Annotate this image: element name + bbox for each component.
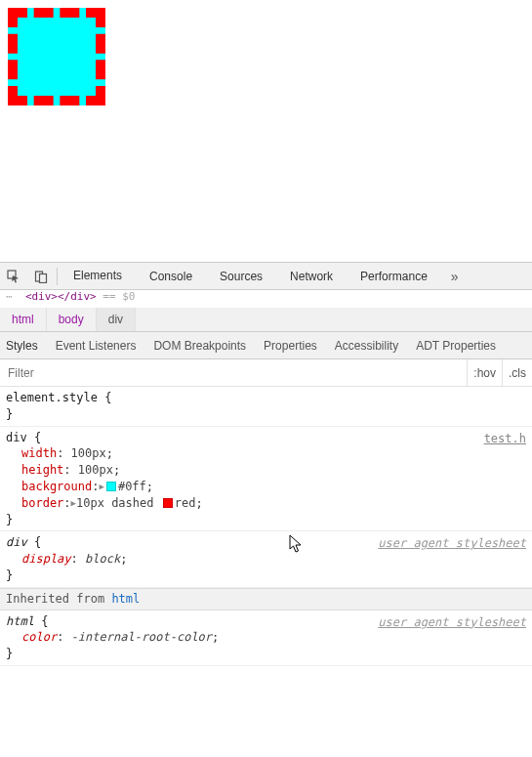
selector: div xyxy=(6,535,27,549)
tab-network[interactable]: Network xyxy=(276,263,347,289)
rule-div-ua[interactable]: user agent stylesheet div { display: blo… xyxy=(0,531,532,587)
more-tabs-icon[interactable]: » xyxy=(441,269,469,284)
device-icon[interactable] xyxy=(27,263,55,289)
ua-label: user agent stylesheet xyxy=(378,535,526,552)
brace-close: } xyxy=(6,647,13,660)
subtab-dom-breakpoints[interactable]: DOM Breakpoints xyxy=(153,339,246,353)
rule-div[interactable]: test.h div { width: 100px; height: 100px… xyxy=(0,427,532,532)
breadcrumbs: html body div xyxy=(0,308,532,332)
prop-name: background xyxy=(21,480,92,493)
prop-value: 10px dashed xyxy=(76,496,153,510)
brace-open: { xyxy=(41,614,48,628)
filter-input[interactable] xyxy=(0,359,467,386)
main-toolbar: Elements Console Sources Network Perform… xyxy=(0,263,532,290)
color-swatch-red[interactable] xyxy=(163,498,173,508)
subtab-properties[interactable]: Properties xyxy=(264,339,317,353)
crumb-body[interactable]: body xyxy=(47,308,97,331)
prop-display: display: block; xyxy=(6,551,526,568)
inherited-from-link[interactable]: html xyxy=(111,592,140,606)
inherited-header: Inherited from html xyxy=(0,588,532,610)
subtab-styles[interactable]: Styles xyxy=(6,339,38,360)
prop-color: color: -internal-root-color; xyxy=(6,629,526,646)
brace-close: } xyxy=(6,407,13,421)
prop-value: #0ff xyxy=(118,480,146,493)
tab-elements[interactable]: Elements xyxy=(60,263,136,289)
brace-open: { xyxy=(34,431,41,444)
prop-background[interactable]: background:▶#0ff; xyxy=(6,479,526,495)
expand-icon[interactable]: ▶ xyxy=(99,481,103,493)
prop-value: 100px xyxy=(78,463,113,477)
prop-name: display xyxy=(21,552,71,566)
tab-performance[interactable]: Performance xyxy=(347,263,441,289)
brace-open: { xyxy=(104,391,111,404)
prop-border[interactable]: border:▶10px dashed red; xyxy=(6,495,526,512)
dom-tag-open: <div> xyxy=(25,290,58,303)
demo-box xyxy=(8,8,105,105)
brace-close: } xyxy=(6,513,13,526)
tab-sources[interactable]: Sources xyxy=(206,263,276,289)
page-preview xyxy=(0,0,532,262)
prop-height[interactable]: height: 100px; xyxy=(6,462,526,479)
subtab-event-listeners[interactable]: Event Listeners xyxy=(56,339,137,353)
prop-value: 100px xyxy=(71,446,106,460)
brace-open: { xyxy=(34,535,41,549)
sidebar-subtabs: Styles Event Listeners DOM Breakpoints P… xyxy=(0,332,532,359)
inherited-text: Inherited from xyxy=(6,592,104,606)
styles-pane: element.style { } test.h div { width: 10… xyxy=(0,387,532,666)
dom-tree-snippet[interactable]: ⋯ <div></div> == $0 xyxy=(0,290,532,308)
rule-html-ua[interactable]: user agent stylesheet html { color: -int… xyxy=(0,610,532,666)
ua-label: user agent stylesheet xyxy=(378,614,526,631)
hov-button[interactable]: :hov xyxy=(467,359,502,386)
color-swatch-cyan[interactable] xyxy=(106,482,116,491)
selector: div xyxy=(6,431,27,444)
tab-console[interactable]: Console xyxy=(136,263,206,289)
filter-row: :hov .cls xyxy=(0,359,532,387)
brace-close: } xyxy=(6,568,13,582)
svg-rect-2 xyxy=(40,273,47,282)
devtools-panel: Elements Console Sources Network Perform… xyxy=(0,262,532,666)
cls-button[interactable]: .cls xyxy=(502,359,532,386)
rule-element-style[interactable]: element.style { } xyxy=(0,387,532,427)
selector: element.style xyxy=(6,391,98,404)
prop-name: height xyxy=(21,463,63,477)
prop-value: red xyxy=(175,496,196,510)
subtab-adt[interactable]: ADT Properties xyxy=(416,339,496,353)
prop-value: -internal-root-color xyxy=(71,630,213,644)
rule-source-link[interactable]: test.h xyxy=(484,431,526,447)
crumb-div[interactable]: div xyxy=(97,308,136,331)
prop-name: border xyxy=(21,496,63,510)
subtab-accessibility[interactable]: Accessibility xyxy=(335,339,398,353)
prop-name: color xyxy=(21,630,57,644)
dom-eq: == $0 xyxy=(97,290,136,303)
prop-width[interactable]: width: 100px; xyxy=(6,445,526,462)
toolbar-divider xyxy=(57,268,58,285)
inspect-icon[interactable] xyxy=(0,263,27,289)
ellipsis: ⋯ xyxy=(6,290,25,303)
crumb-html[interactable]: html xyxy=(0,308,47,331)
prop-name: width xyxy=(21,446,57,460)
selector: html xyxy=(6,614,34,628)
dom-tag-close: </div> xyxy=(58,290,97,303)
prop-value: block xyxy=(85,552,120,566)
